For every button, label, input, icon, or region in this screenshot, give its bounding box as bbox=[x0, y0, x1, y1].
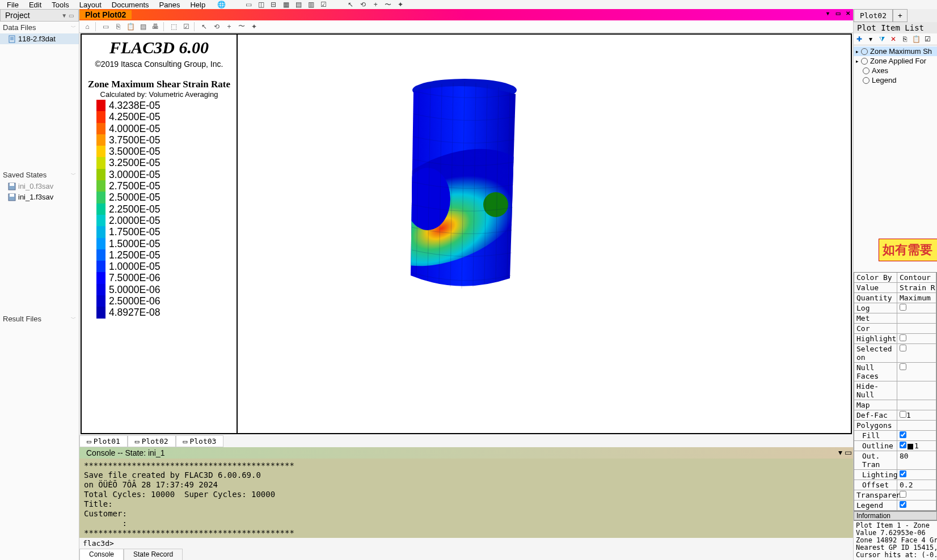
viz-area[interactable] bbox=[238, 35, 851, 433]
star2-icon[interactable]: ✦ bbox=[250, 22, 259, 31]
tab-plus[interactable]: + bbox=[893, 9, 908, 22]
tab-state-record[interactable]: State Record bbox=[124, 549, 183, 560]
paste-icon[interactable]: 📋 bbox=[911, 35, 921, 44]
clipboard-icon[interactable]: 📋 bbox=[126, 22, 135, 31]
data-file-item[interactable]: 118-2.f3dat bbox=[0, 33, 79, 44]
plot-tab-03[interactable]: ▭Plot03 bbox=[176, 435, 224, 447]
result-files-label[interactable]: Result Files﹀ bbox=[0, 313, 79, 325]
saved-states-label[interactable]: Saved States﹀ bbox=[0, 169, 79, 181]
prop-checkbox[interactable] bbox=[900, 491, 906, 498]
delete-icon[interactable]: ✕ bbox=[889, 35, 898, 44]
prop-checkbox[interactable] bbox=[900, 411, 906, 418]
prop-row[interactable]: QuantityMaximum bbox=[854, 293, 936, 303]
menu-layout[interactable]: Layout bbox=[75, 1, 106, 9]
prop-row[interactable]: Cor bbox=[854, 324, 936, 334]
menu-help[interactable]: Help bbox=[185, 1, 210, 9]
eye-icon[interactable] bbox=[861, 48, 868, 55]
maximize-icon[interactable]: ▭ bbox=[845, 448, 852, 457]
prop-row[interactable]: Color ByContour bbox=[854, 273, 936, 283]
prop-checkbox[interactable] bbox=[900, 431, 906, 438]
prop-row[interactable]: Legend bbox=[854, 500, 936, 511]
plus2-icon[interactable]: + bbox=[225, 22, 234, 31]
tab-plot02[interactable]: Plot02 bbox=[854, 9, 893, 22]
prop-row[interactable]: Transparenc bbox=[854, 490, 936, 500]
split-v-icon[interactable]: ⊟ bbox=[269, 0, 278, 9]
eye-icon[interactable] bbox=[861, 58, 868, 65]
check-icon[interactable]: ☑ bbox=[319, 0, 328, 9]
console-input[interactable] bbox=[116, 539, 850, 548]
select-icon[interactable]: ⬚ bbox=[169, 22, 178, 31]
window-icon[interactable]: ▭ bbox=[101, 22, 110, 31]
prop-row[interactable]: Lighting bbox=[854, 470, 936, 480]
eye-icon[interactable] bbox=[863, 77, 870, 84]
copy-icon[interactable]: ⎘ bbox=[900, 35, 909, 44]
check-icon[interactable]: ☑ bbox=[923, 35, 932, 44]
prop-row[interactable]: Outline1 bbox=[854, 441, 936, 451]
rotate-icon[interactable]: ⟲ bbox=[358, 0, 368, 9]
prop-checkbox[interactable] bbox=[900, 470, 906, 477]
menu-file[interactable]: File bbox=[2, 1, 23, 9]
pointer2-icon[interactable]: ↖ bbox=[200, 22, 209, 31]
prop-checkbox[interactable] bbox=[900, 304, 906, 311]
prop-row[interactable]: Offset0.2 bbox=[854, 480, 936, 490]
prop-checkbox[interactable] bbox=[900, 442, 906, 448]
prop-checkbox[interactable] bbox=[900, 363, 906, 370]
chevron-down-icon[interactable]: ▼ ▭ bbox=[61, 12, 74, 19]
close-icon[interactable]: ✕ bbox=[844, 9, 852, 17]
home-icon[interactable]: ⌂ bbox=[83, 22, 92, 31]
project-header[interactable]: Project ▼ ▭ bbox=[0, 9, 79, 22]
tree-item-axes[interactable]: Axes bbox=[854, 66, 937, 75]
copy-icon[interactable]: ⎘ bbox=[113, 22, 123, 31]
chevron-down-icon[interactable]: ▾ bbox=[838, 448, 842, 457]
tree-item-legend[interactable]: Legend bbox=[854, 75, 937, 85]
globe-icon[interactable]: 🌐 bbox=[217, 0, 226, 9]
prop-row[interactable]: Map bbox=[854, 400, 936, 410]
filter-icon[interactable]: ⧩ bbox=[877, 35, 887, 44]
split-h-icon[interactable]: ◫ bbox=[256, 0, 265, 9]
minimize-icon[interactable]: ▾ bbox=[824, 9, 832, 17]
saved-state-item[interactable]: ini_1.f3sav bbox=[0, 192, 79, 202]
menu-panes[interactable]: Panes bbox=[155, 1, 185, 9]
print-icon[interactable]: 🖶 bbox=[151, 22, 160, 31]
pointer-icon[interactable]: ↖ bbox=[346, 0, 355, 9]
tiles-icon[interactable]: ▦ bbox=[281, 0, 290, 9]
check2-icon[interactable]: ☑ bbox=[182, 22, 191, 31]
tree-item-zone-applied[interactable]: ▸Zone Applied For bbox=[854, 56, 937, 66]
plot-tab-02[interactable]: ▭Plot02 bbox=[128, 435, 176, 447]
prop-row[interactable]: Out. Tran80 bbox=[854, 451, 936, 470]
prop-row[interactable]: Met bbox=[854, 313, 936, 324]
prop-checkbox[interactable] bbox=[900, 501, 906, 508]
plot-area[interactable]: FLAC3D 6.00 ©2019 Itasca Consulting Grou… bbox=[81, 33, 852, 434]
plus-icon[interactable]: + bbox=[371, 0, 380, 9]
layout-icon[interactable]: ▤ bbox=[138, 22, 147, 31]
saved-state-item[interactable]: ini_0.f3sav bbox=[0, 181, 79, 192]
rotate2-icon[interactable]: ⟲ bbox=[212, 22, 221, 31]
maximize-icon[interactable]: ▭ bbox=[834, 9, 842, 17]
eye-icon[interactable] bbox=[863, 67, 870, 74]
plot-tab-01[interactable]: ▭Plot01 bbox=[79, 435, 128, 447]
prop-row[interactable]: Log bbox=[854, 303, 936, 313]
prop-row[interactable]: Selected on bbox=[854, 344, 936, 363]
prop-row[interactable]: Hide-Null bbox=[854, 381, 936, 400]
menu-documents[interactable]: Documents bbox=[107, 1, 154, 9]
wave2-icon[interactable]: 〜 bbox=[237, 22, 246, 31]
console-output[interactable]: ****************************************… bbox=[79, 459, 853, 538]
prop-row[interactable]: Null Faces bbox=[854, 363, 936, 381]
prop-row[interactable]: Highlight bbox=[854, 334, 936, 344]
menu-edit[interactable]: Edit bbox=[24, 1, 46, 9]
prop-row[interactable]: ValueStrain R bbox=[854, 283, 936, 293]
data-files-label[interactable]: Data Files﹀ bbox=[0, 22, 79, 33]
prop-row[interactable]: Def-Fac1 bbox=[854, 410, 936, 421]
prop-checkbox[interactable] bbox=[900, 334, 906, 341]
menu-tools[interactable]: Tools bbox=[47, 1, 73, 9]
grid2-icon[interactable]: ▥ bbox=[306, 0, 315, 9]
wave-icon[interactable]: 〜 bbox=[383, 0, 392, 9]
dropdown-icon[interactable]: ▾ bbox=[866, 35, 875, 44]
tree-item-zone-max[interactable]: ▸Zone Maximum Sh bbox=[854, 46, 937, 56]
star-icon[interactable]: ✦ bbox=[396, 0, 405, 9]
prop-row[interactable]: Polygons bbox=[854, 421, 936, 431]
window-icon[interactable]: ▭ bbox=[244, 0, 253, 9]
prop-checkbox[interactable] bbox=[900, 345, 906, 351]
grid-icon[interactable]: ▤ bbox=[294, 0, 303, 9]
add-icon[interactable]: ✚ bbox=[855, 35, 864, 44]
